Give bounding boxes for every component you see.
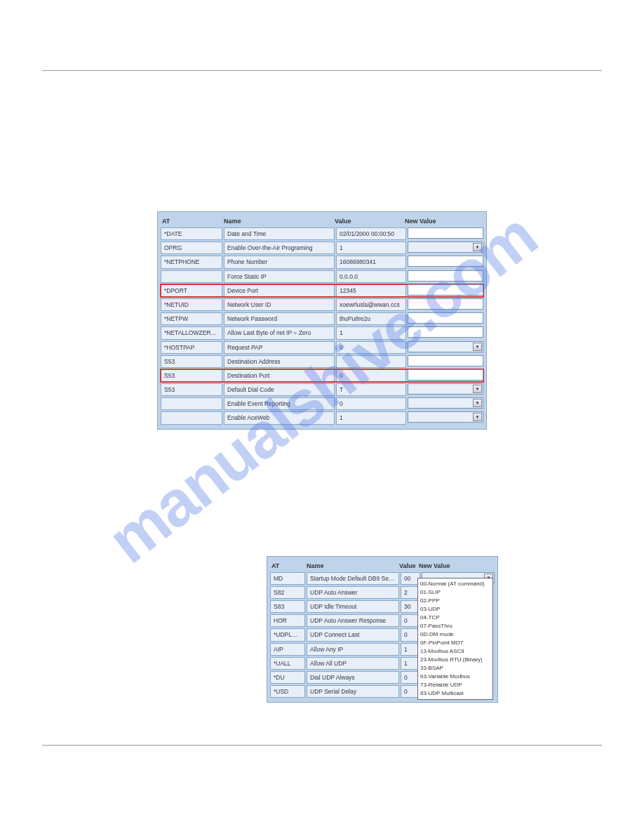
cell-at: S82 (270, 586, 305, 599)
cell-value: 0 (336, 369, 406, 382)
newvalue-input[interactable] (408, 312, 483, 324)
cell-newvalue: ▼ (408, 411, 483, 424)
cell-name: UDP Auto Answer (307, 586, 399, 599)
table-row: *HOSTPAPRequest PAP0▼ (161, 341, 483, 354)
cell-newvalue (408, 369, 483, 382)
cell-at: S53 (161, 355, 222, 368)
dropdown-option[interactable]: 0F-PinPoint MDT (420, 639, 490, 647)
cell-name: Allow All UDP (307, 657, 399, 670)
dropdown-option[interactable]: 83-UDP Multicast (420, 689, 490, 698)
cell-name: Force Static IP (224, 270, 335, 283)
cell-at: *DU (270, 671, 305, 684)
cell-at (161, 411, 222, 424)
newvalue-select[interactable] (408, 397, 483, 409)
cell-at: S83 (270, 600, 305, 613)
cell-name: Phone Number (224, 256, 335, 268)
horizontal-rule-top (42, 70, 602, 71)
document-page: AT Name Value New Value *DATEDate and Ti… (0, 0, 644, 774)
table-row: Force Static IP0.0.0.0 (161, 270, 483, 283)
cell-name: Enable AceWeb (224, 411, 335, 424)
table-row: *NETALLOWZEROIPAllow Last Byte of net IP… (161, 326, 483, 339)
dropdown-option[interactable]: 00-Normal (AT command) (420, 580, 490, 588)
col-header-name: Name (224, 218, 335, 225)
col-header-at: AT (162, 218, 224, 225)
cell-newvalue (408, 270, 483, 283)
cell-newvalue: ▼ (408, 383, 483, 396)
newvalue-input[interactable] (408, 369, 483, 380)
startup-mode-dropdown[interactable]: 00-Normal (AT command)01-SLIP02-PPP03-UD… (417, 578, 493, 700)
cell-at: *NETALLOWZEROIP (161, 326, 222, 339)
newvalue-select[interactable] (408, 241, 483, 253)
cell-value: 0 (336, 341, 406, 354)
cell-name: UDP Idle Timeout (307, 600, 399, 613)
col-header-value: Value (335, 218, 405, 225)
dropdown-arrow-icon[interactable]: ▼ (473, 343, 482, 351)
newvalue-input[interactable] (408, 256, 483, 267)
cell-value: 12345 (336, 284, 406, 297)
table-row: Enable AceWeb1▼ (161, 411, 483, 424)
newvalue-select[interactable] (408, 341, 483, 352)
newvalue-input[interactable] (408, 355, 483, 366)
dropdown-option[interactable]: 73-Reliable UDP (420, 681, 490, 689)
table-row: S53Destination Address (161, 355, 483, 368)
table-row: *DPORTDevice Port12345 (161, 284, 483, 297)
newvalue-input[interactable] (408, 227, 483, 239)
cell-newvalue (408, 284, 483, 297)
cell-newvalue: ▼ (408, 341, 483, 354)
cell-at: S53 (161, 369, 222, 382)
table-row: *NETPHONEPhone Number16086980341 (161, 256, 483, 268)
cell-value: 1 (336, 241, 406, 254)
dropdown-option[interactable]: 63-Variable Modbus (420, 673, 490, 681)
cell-at (161, 270, 222, 283)
cell-name: Network Password (224, 312, 335, 325)
dropdown-option[interactable]: 01-SLIP (420, 588, 490, 597)
dropdown-option[interactable]: 04-TCP (420, 614, 490, 622)
cell-at: *HOSTPAP (161, 341, 222, 354)
table-row: *DATEDate and Time02/01/2000 00:00:50 (161, 227, 483, 240)
cell-name: Default Dial Code (224, 383, 335, 396)
dropdown-arrow-icon[interactable]: ▼ (473, 399, 482, 407)
cell-name: UDP Auto Answer Response (307, 614, 399, 627)
cell-value: T (336, 383, 406, 396)
cell-newvalue: ▼ (408, 397, 483, 410)
cell-name: Destination Address (224, 355, 335, 368)
dropdown-option[interactable]: 13-Modbus ASCII (420, 647, 490, 656)
newvalue-input[interactable] (408, 270, 483, 282)
cell-name: Enable Event Reporting (224, 397, 335, 410)
cell-value: xoewrlusla@wwan.ccs (336, 298, 406, 311)
dropdown-option[interactable]: 02-PPP (420, 597, 490, 605)
dropdown-option[interactable]: 23-Modbus RTU (Binary) (420, 656, 490, 664)
dropdown-option[interactable]: 07-PassThru (420, 622, 490, 630)
dropdown-option[interactable]: 33-BSAP (420, 664, 490, 673)
cell-at: *NETPHONE (161, 256, 222, 268)
cell-name: Enable Over-the-Air Programing (224, 241, 335, 254)
newvalue-input[interactable] (408, 298, 483, 310)
dropdown-arrow-icon[interactable]: ▼ (473, 385, 482, 393)
table-row: OPRGEnable Over-the-Air Programing1▼ (161, 241, 483, 254)
cell-newvalue (408, 227, 483, 240)
table-row: S53Default Dial CodeT▼ (161, 383, 483, 396)
cell-newvalue (408, 312, 483, 325)
dropdown-arrow-icon[interactable]: ▼ (473, 243, 482, 251)
newvalue-input[interactable] (408, 284, 483, 296)
cell-at: *USD (270, 685, 305, 698)
newvalue-input[interactable] (408, 326, 483, 338)
cell-name: Allow Last Byte of net IP = Zero (224, 326, 335, 339)
cell-name: Dial UDP Always (307, 671, 399, 684)
table-row: *NETPWNetwork PasswordthuPu8re2u (161, 312, 483, 325)
table-header-row: AT Name Value New Value (161, 215, 483, 227)
config-table-udp: AT Name Value New Value MDStartup Mode D… (267, 556, 498, 703)
dropdown-arrow-icon[interactable]: ▼ (473, 413, 482, 421)
cell-newvalue (408, 326, 483, 339)
cell-newvalue (408, 256, 483, 268)
dropdown-option[interactable]: 03-UDP (420, 605, 490, 614)
col-header-name: Name (307, 562, 399, 569)
cell-newvalue (408, 355, 483, 368)
table-row: Enable Event Reporting0▼ (161, 397, 483, 410)
cell-value: 1 (336, 411, 406, 424)
newvalue-select[interactable] (408, 383, 483, 395)
table-row: S53Destination Port0 (161, 369, 483, 382)
cell-value (336, 355, 406, 368)
newvalue-select[interactable] (408, 411, 483, 423)
dropdown-option[interactable]: 0D-DM mode (420, 630, 490, 639)
